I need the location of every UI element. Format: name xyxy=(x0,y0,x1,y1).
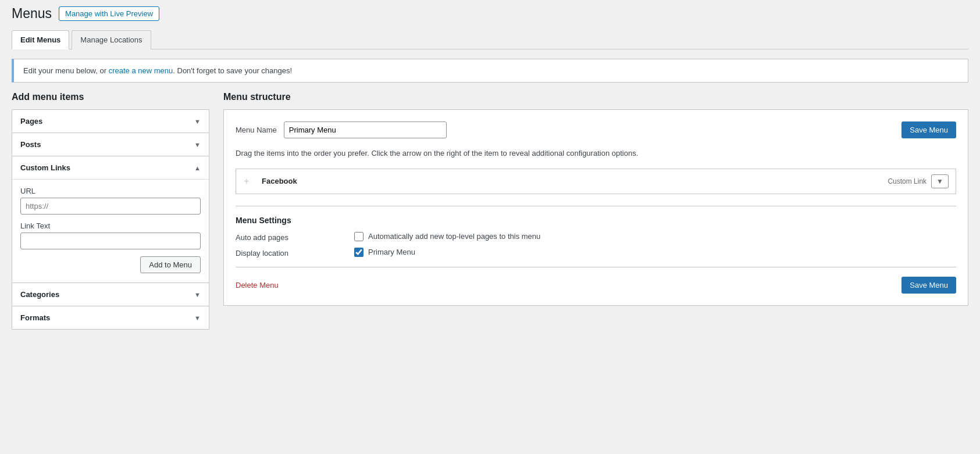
menu-items-list: + Facebook Custom Link ▼ xyxy=(236,169,956,194)
delete-menu-link[interactable]: Delete Menu xyxy=(236,281,279,289)
page-title: Menus xyxy=(12,6,52,22)
accordion-pages: Pages ▼ xyxy=(12,110,209,133)
auto-add-pages-row: Auto add pages Automatically add new top… xyxy=(236,232,956,242)
live-preview-button[interactable]: Manage with Live Preview xyxy=(59,6,159,21)
accordion-posts-header[interactable]: Posts ▼ xyxy=(12,133,209,156)
accordion-posts-label: Posts xyxy=(20,140,41,149)
accordion-custom-links: Custom Links ▲ URL Link Text Add to Menu xyxy=(12,156,209,283)
chevron-down-icon: ▼ xyxy=(936,177,943,185)
menu-name-label: Menu Name xyxy=(236,126,277,134)
create-new-menu-link[interactable]: create a new menu xyxy=(109,66,173,75)
accordion-formats: Formats ▼ xyxy=(12,306,209,329)
accordion-posts: Posts ▼ xyxy=(12,133,209,156)
accordion-formats-label: Formats xyxy=(20,313,50,322)
accordion-pages-arrow: ▼ xyxy=(194,118,201,125)
display-location-primary-checkbox[interactable] xyxy=(354,248,364,257)
menu-settings-section: Menu Settings Auto add pages Automatical… xyxy=(236,206,956,258)
accordion-custom-links-label: Custom Links xyxy=(20,163,70,172)
menu-item-toggle-button[interactable]: ▼ xyxy=(931,174,949,188)
accordion-categories: Categories ▼ xyxy=(12,283,209,306)
accordion-custom-links-header[interactable]: Custom Links ▲ xyxy=(12,156,209,179)
menu-name-row: Menu Name Save Menu xyxy=(236,121,956,138)
accordion-pages-header[interactable]: Pages ▼ xyxy=(12,110,209,133)
drag-instruction: Drag the items into the order you prefer… xyxy=(236,148,956,159)
right-column: Menu structure Menu Name Save Menu Drag … xyxy=(223,92,968,306)
link-text-input[interactable] xyxy=(20,233,201,249)
menu-item-type-badge: Custom Link xyxy=(883,170,931,192)
accordion-categories-arrow: ▼ xyxy=(194,291,201,298)
auto-add-pages-controls: Automatically add new top-level pages to… xyxy=(354,232,540,241)
auto-add-pages-checkbox-label: Automatically add new top-level pages to… xyxy=(368,232,540,241)
auto-add-pages-checkbox-row[interactable]: Automatically add new top-level pages to… xyxy=(354,232,540,241)
menu-structure-title: Menu structure xyxy=(223,92,968,102)
notice-bar: Edit your menu below, or create a new me… xyxy=(12,59,968,83)
auto-add-pages-checkbox[interactable] xyxy=(354,232,364,241)
menu-footer-row: Delete Menu Save Menu xyxy=(236,267,956,294)
drag-handle-icon[interactable]: + xyxy=(236,169,257,194)
accordion-categories-label: Categories xyxy=(20,290,59,299)
accordion-pages-label: Pages xyxy=(20,117,42,126)
notice-text-after: . Don't forget to save your changes! xyxy=(173,66,292,75)
save-menu-top-button[interactable]: Save Menu xyxy=(901,121,956,138)
menu-item-row: + Facebook Custom Link ▼ xyxy=(236,169,956,194)
display-location-row: Display location Primary Menu xyxy=(236,248,956,258)
menu-settings-title: Menu Settings xyxy=(236,216,956,225)
display-location-primary-label: Primary Menu xyxy=(368,248,415,256)
accordion-posts-arrow: ▼ xyxy=(194,141,201,148)
display-location-label: Display location xyxy=(236,248,340,258)
tab-manage-locations[interactable]: Manage Locations xyxy=(72,30,151,49)
accordion-custom-links-arrow: ▲ xyxy=(194,165,201,171)
menu-name-input[interactable] xyxy=(284,121,447,138)
add-to-menu-button[interactable]: Add to Menu xyxy=(140,256,201,273)
tab-edit-menus[interactable]: Edit Menus xyxy=(12,30,69,49)
save-menu-bottom-button[interactable]: Save Menu xyxy=(901,277,956,294)
accordion-custom-links-body: URL Link Text Add to Menu xyxy=(12,179,209,283)
link-text-label: Link Text xyxy=(20,221,201,230)
url-input[interactable] xyxy=(20,198,201,215)
auto-add-pages-label: Auto add pages xyxy=(236,232,340,242)
url-label: URL xyxy=(20,187,201,195)
menu-item-facebook-label: Facebook xyxy=(257,170,883,192)
tabs-nav: Edit Menus Manage Locations xyxy=(12,30,968,49)
accordion-panel: Pages ▼ Posts ▼ Custom Links ▲ xyxy=(12,109,209,330)
notice-text-before: Edit your menu below, or xyxy=(23,66,109,75)
accordion-categories-header[interactable]: Categories ▼ xyxy=(12,283,209,306)
display-location-primary-row[interactable]: Primary Menu xyxy=(354,248,415,257)
left-column: Add menu items Pages ▼ Posts ▼ xyxy=(12,92,209,330)
accordion-formats-header[interactable]: Formats ▼ xyxy=(12,306,209,329)
accordion-formats-arrow: ▼ xyxy=(194,314,201,321)
display-location-controls: Primary Menu xyxy=(354,248,415,257)
menu-structure-box: Menu Name Save Menu Drag the items into … xyxy=(223,109,968,306)
add-menu-items-title: Add menu items xyxy=(12,92,209,102)
menu-name-label-group: Menu Name xyxy=(236,121,901,138)
